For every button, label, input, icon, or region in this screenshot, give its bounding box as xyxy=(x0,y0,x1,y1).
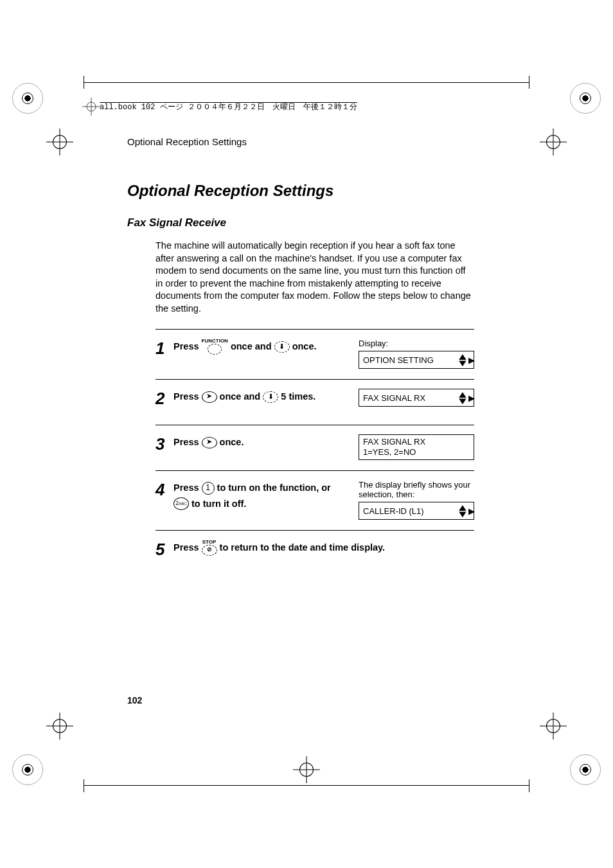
step-row: 3 Press ➤ once. FAX SIGNAL RX 1=YES, 2=N… xyxy=(155,425,474,470)
corner-registration-icon xyxy=(571,84,600,113)
instr-text: to turn on the function, or xyxy=(217,483,331,493)
instr-text: 5 times. xyxy=(281,391,315,402)
registration-mark-icon xyxy=(293,756,320,783)
instr-text: once and xyxy=(231,341,274,351)
right-arrow-button-icon: ➤ xyxy=(202,391,217,403)
step-instruction: Press 1 to turn on the function, or 2ABC… xyxy=(173,480,359,511)
running-head: Optional Reception Settings xyxy=(127,136,474,147)
lcd-display: OPTION SETTING ▲▼ ▶ xyxy=(359,351,474,369)
right-arrow-button-icon: ➤ xyxy=(202,437,217,448)
registration-mark-icon xyxy=(82,98,100,116)
step-number: 5 xyxy=(155,540,173,558)
instr-text: to turn it off. xyxy=(191,499,246,509)
instr-text: Press xyxy=(173,542,202,553)
lcd-display: CALLER-ID (L1) ▲▼ ▶ xyxy=(359,502,474,520)
printers-mark-header: all.book 102 ページ ２００４年６月２２日 火曜日 午後１２時１分 xyxy=(100,102,357,112)
crop-mark-top-left xyxy=(84,76,84,89)
corner-registration-icon xyxy=(13,755,42,784)
step-number: 2 xyxy=(155,389,173,407)
keypad-1-icon: 1 xyxy=(202,482,215,495)
crop-mark-top-right xyxy=(529,76,529,89)
display-label: Display: xyxy=(359,339,474,348)
stop-button-icon: STOP ⊘ xyxy=(202,540,217,556)
instr-text: once. xyxy=(292,341,317,351)
lcd-display: FAX SIGNAL RX ▲▼ ▶ xyxy=(359,389,474,407)
step-row: 5 Press STOP ⊘ to return to the date and… xyxy=(155,530,474,576)
right-arrow-icon: ▶ xyxy=(468,355,475,365)
step-instruction: Press STOP ⊘ to return to the date and t… xyxy=(173,540,474,556)
instr-text: to return to the date and time display. xyxy=(220,542,386,553)
registration-mark-icon xyxy=(46,128,73,155)
corner-registration-icon xyxy=(13,84,42,113)
body-paragraph: The machine will automatically begin rec… xyxy=(155,240,474,315)
instr-text: Press xyxy=(173,341,202,351)
lcd-text: FAX SIGNAL RX xyxy=(363,393,425,403)
instr-text: Press xyxy=(173,483,202,493)
step-instruction: Press FUNCTION once and ⬇ once. xyxy=(173,339,359,355)
right-arrow-icon: ▶ xyxy=(468,506,475,516)
subsection-title: Fax Signal Receive xyxy=(127,217,474,229)
lcd-text: OPTION SETTING xyxy=(363,355,434,365)
lcd-text: CALLER-ID (L1) xyxy=(363,506,424,516)
instr-text: Press xyxy=(173,391,202,402)
page-number: 102 xyxy=(127,695,142,705)
registration-mark-icon xyxy=(46,713,73,740)
step-row: 2 Press ➤ once and ⬇ 5 times. FAX SIGNAL… xyxy=(155,379,474,425)
section-title: Optional Reception Settings xyxy=(127,182,474,200)
instr-text: once. xyxy=(220,437,244,447)
down-arrow-button-icon: ⬇ xyxy=(274,341,290,353)
registration-mark-icon xyxy=(540,713,567,740)
step-number: 3 xyxy=(155,434,173,452)
lcd-text: 1=YES, 2=NO xyxy=(363,447,470,457)
crop-mark-bottom xyxy=(84,785,529,786)
crop-mark-bottom-right xyxy=(529,779,529,792)
crop-mark-top xyxy=(84,82,529,83)
step-number: 4 xyxy=(155,480,173,498)
down-arrow-button-icon: ⬇ xyxy=(263,391,278,403)
lcd-text: FAX SIGNAL RX xyxy=(363,437,470,447)
step-row: 4 Press 1 to turn on the function, or 2A… xyxy=(155,470,474,530)
lcd-display: FAX SIGNAL RX 1=YES, 2=NO xyxy=(359,434,474,459)
right-arrow-icon: ▶ xyxy=(468,393,475,403)
keypad-2-icon: 2ABC xyxy=(173,497,189,510)
step-instruction: Press ➤ once and ⬇ 5 times. xyxy=(173,389,359,405)
registration-mark-icon xyxy=(540,128,567,155)
step-row: 1 Press FUNCTION once and ⬇ once. Displa… xyxy=(155,329,474,379)
instr-text: once and xyxy=(220,391,263,402)
function-button-icon: FUNCTION xyxy=(202,339,228,355)
step-instruction: Press ➤ once. xyxy=(173,434,359,450)
instr-text: Press xyxy=(173,437,202,447)
display-note: The display briefly shows your selection… xyxy=(359,480,474,499)
step-number: 1 xyxy=(155,339,173,357)
crop-mark-bottom-left xyxy=(84,779,84,792)
corner-registration-icon xyxy=(571,755,600,784)
